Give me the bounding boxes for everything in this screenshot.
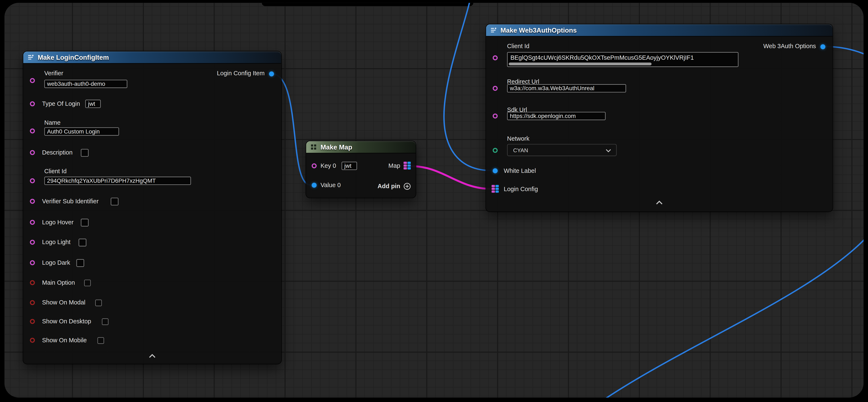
node-title: Make LoginConfigItem <box>38 53 109 61</box>
value-0-pin[interactable] <box>312 183 317 188</box>
pin-label: Key 0 <box>320 162 336 169</box>
sdk-url-input[interactable]: https://sdk.openlogin.com <box>507 112 606 120</box>
client-id-input[interactable]: 294QRkchfq2YaXUbPri7D6PH7xzHgQMT <box>44 177 191 185</box>
pin-label: Verifier Sub Identifier <box>42 198 98 205</box>
type-of-login-pin[interactable] <box>30 101 35 106</box>
chevron-down-icon <box>606 149 611 152</box>
node-make-login-config-item[interactable]: Make LoginConfigItem Login Config Item V… <box>23 52 281 364</box>
pin-label: Show On Desktop <box>42 318 91 325</box>
node-make-web3auth-options[interactable]: Make Web3AuthOptions Web 3Auth Options C… <box>486 24 833 211</box>
output-label: Web 3Auth Options <box>763 43 816 50</box>
blueprint-editor: Make LoginConfigItem Login Config Item V… <box>0 0 868 402</box>
collapse-chevron-icon[interactable] <box>149 354 156 358</box>
main-option-pin[interactable] <box>30 280 35 285</box>
logo-dark-pin[interactable] <box>30 260 35 265</box>
logo-dark-input[interactable] <box>76 259 84 267</box>
map-pin-cell <box>496 191 499 193</box>
verifier-sub-identifier-input[interactable] <box>111 198 119 205</box>
node-title: Make Web3AuthOptions <box>500 26 577 34</box>
map-pin-cell <box>492 188 495 190</box>
login-config-item-output-pin[interactable] <box>269 71 274 77</box>
node-title: Make Map <box>320 143 352 151</box>
logo-hover-pin[interactable] <box>30 220 35 225</box>
make-struct-icon <box>27 54 34 61</box>
map-output-pin[interactable] <box>404 162 411 169</box>
description-pin[interactable] <box>30 150 35 155</box>
pin-label: White Label <box>504 167 536 174</box>
verifier-sub-identifier-pin[interactable] <box>30 199 35 204</box>
add-pin-label: Add pin <box>377 183 400 190</box>
verifier-input[interactable]: web3auth-auth0-demo <box>44 80 127 88</box>
make-struct-icon <box>490 27 497 34</box>
login-config-pin[interactable] <box>492 185 499 193</box>
map-pin-cell <box>492 185 495 187</box>
pin-label: Logo Light <box>42 239 70 246</box>
client-id-pin[interactable] <box>493 55 498 60</box>
make-map-icon <box>310 143 317 150</box>
client-id-input[interactable]: BEglQSgt4cUWcj6SKRdu5QkOXTsePmMcusG5EAoy… <box>507 52 739 67</box>
blueprint-graph[interactable]: Make LoginConfigItem Login Config Item V… <box>4 3 864 398</box>
key-0-input[interactable]: jwt <box>342 162 357 170</box>
map-pin-cell <box>404 167 407 169</box>
white-label-pin[interactable] <box>493 168 498 173</box>
show-on-modal-pin[interactable] <box>30 300 35 305</box>
node-make-map[interactable]: Make Map Key 0 jwt Map Value 0 Add pin <box>306 141 416 198</box>
node-header[interactable]: Make Web3AuthOptions <box>486 24 833 36</box>
verifier-pin[interactable] <box>30 78 35 83</box>
description-input[interactable] <box>81 149 89 156</box>
offscreen-node-edge <box>262 3 473 6</box>
network-dropdown[interactable]: CYAN <box>507 144 617 156</box>
pin-label: Description <box>42 149 72 156</box>
pin-label: Type Of Login <box>42 100 80 108</box>
pin-label: Client Id <box>44 168 67 175</box>
redirect-url-input[interactable]: w3a://com.w3a.Web3AuthUnreal <box>507 84 626 92</box>
logo-light-input[interactable] <box>79 239 86 247</box>
type-of-login-input[interactable]: jwt <box>85 100 101 108</box>
pin-label: Verifier <box>44 70 63 77</box>
collapse-chevron-icon[interactable] <box>656 200 663 205</box>
map-pin-cell <box>404 165 407 167</box>
show-on-modal-checkbox[interactable] <box>95 299 102 306</box>
pin-label: Logo Dark <box>42 259 70 266</box>
pin-label: Value 0 <box>320 182 341 189</box>
pin-label: Show On Mobile <box>42 337 87 344</box>
map-pin-cell <box>407 167 411 169</box>
pin-label: Main Option <box>42 279 75 286</box>
client-id-value: BEglQSgt4cUWcj6SKRdu5QkOXTsePmMcusG5EAoy… <box>510 54 694 61</box>
pin-label: Network <box>507 135 529 142</box>
key-0-pin[interactable] <box>312 163 317 168</box>
client-id-pin[interactable] <box>30 178 35 183</box>
pin-label: Logo Hover <box>42 219 73 226</box>
pin-label: Login Config <box>504 185 538 193</box>
add-pin-button[interactable] <box>404 183 411 190</box>
logo-hover-input[interactable] <box>81 219 89 226</box>
pin-label: Client Id <box>507 43 529 50</box>
web3auth-options-output-pin[interactable] <box>820 45 825 50</box>
map-pin-cell <box>496 185 499 187</box>
show-on-desktop-pin[interactable] <box>30 319 35 324</box>
main-option-checkbox[interactable] <box>84 280 91 286</box>
map-pin-cell <box>407 162 411 164</box>
sdk-url-pin[interactable] <box>493 114 498 119</box>
output-label: Login Config Item <box>217 70 265 77</box>
input-scrollbar[interactable] <box>509 63 652 65</box>
name-pin[interactable] <box>30 128 35 134</box>
name-input[interactable]: Auth0 Custom Login <box>44 127 119 136</box>
map-pin-cell <box>404 162 407 164</box>
pin-label: Show On Modal <box>42 299 85 306</box>
logo-light-pin[interactable] <box>30 240 35 245</box>
node-header[interactable]: Make LoginConfigItem <box>23 52 281 64</box>
wire-top-to-white-label[interactable] <box>444 3 492 171</box>
map-pin-cell <box>407 165 411 167</box>
pin-label: Name <box>44 119 61 126</box>
node-header[interactable]: Make Map <box>306 141 416 153</box>
show-on-desktop-checkbox[interactable] <box>102 318 108 325</box>
redirect-url-pin[interactable] <box>493 86 498 91</box>
map-pin-cell <box>492 191 495 193</box>
map-pin-cell <box>496 188 499 190</box>
network-value: CYAN <box>513 147 528 153</box>
show-on-mobile-pin[interactable] <box>30 338 35 343</box>
network-pin[interactable] <box>493 148 498 153</box>
show-on-mobile-checkbox[interactable] <box>97 337 104 344</box>
wire-map-to-login-config[interactable] <box>411 166 490 189</box>
